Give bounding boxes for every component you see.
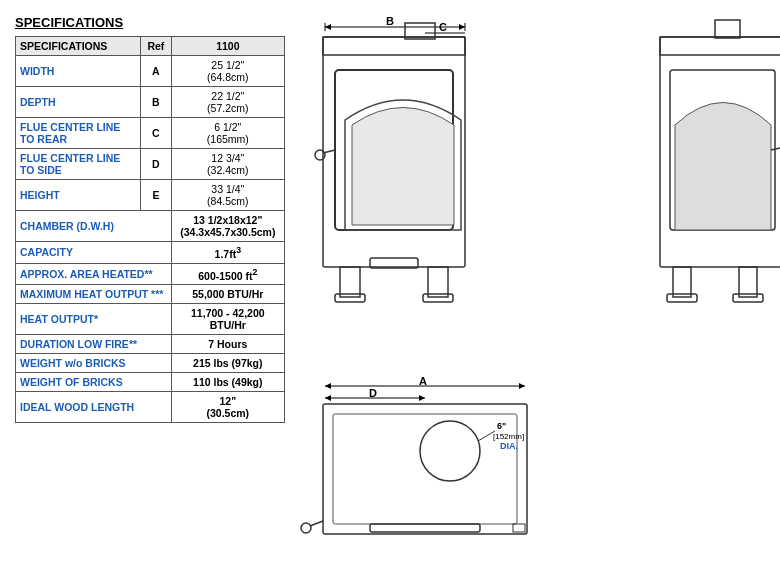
spec-value: 22 1/2"(57.2cm) bbox=[171, 87, 284, 118]
spec-ref: A bbox=[141, 56, 171, 87]
table-row: IDEAL WOOD LENGTH12"(30.5cm) bbox=[16, 392, 285, 423]
svg-text:DIA.: DIA. bbox=[500, 441, 518, 451]
spec-value: 11,700 - 42,200 BTU/Hr bbox=[171, 304, 284, 335]
spec-label: WEIGHT OF BRICKS bbox=[16, 373, 172, 392]
svg-text:B: B bbox=[386, 15, 394, 27]
spec-value: 215 lbs (97kg) bbox=[171, 354, 284, 373]
table-row: WEIGHT OF BRICKS110 lbs (49kg) bbox=[16, 373, 285, 392]
svg-rect-28 bbox=[715, 20, 740, 38]
svg-rect-29 bbox=[673, 267, 691, 297]
table-row: CAPACITY1.7ft3 bbox=[16, 242, 285, 264]
svg-rect-31 bbox=[667, 294, 697, 302]
spec-label: HEAT OUTPUT* bbox=[16, 304, 172, 335]
svg-marker-36 bbox=[325, 383, 331, 389]
svg-rect-13 bbox=[340, 267, 360, 297]
spec-ref: E bbox=[141, 180, 171, 211]
table-row: MAXIMUM HEAT OUTPUT ***55,000 BTU/Hr bbox=[16, 285, 285, 304]
spec-label: DEPTH bbox=[16, 87, 141, 118]
specs-table: SPECIFICATIONS Ref 1100 WIDTHA25 1/2"(64… bbox=[15, 36, 285, 423]
svg-marker-5 bbox=[459, 24, 465, 30]
spec-label: HEIGHT bbox=[16, 180, 141, 211]
table-row: DURATION LOW FIRE**7 Hours bbox=[16, 335, 285, 354]
col-header-model: 1100 bbox=[171, 37, 284, 56]
spec-ref: C bbox=[141, 118, 171, 149]
spec-label: APPROX. AREA HEATED** bbox=[16, 263, 172, 285]
diagrams-section: B C bbox=[285, 15, 780, 553]
table-row: FLUE CENTER LINE TO REARC6 1/2"(165mm) bbox=[16, 118, 285, 149]
spec-value: 55,000 BTU/Hr bbox=[171, 285, 284, 304]
table-row: HEIGHTE33 1/4"(84.5cm) bbox=[16, 180, 285, 211]
page: SPECIFICATIONS SPECIFICATIONS Ref 1100 W… bbox=[0, 0, 780, 563]
spec-label: IDEAL WOOD LENGTH bbox=[16, 392, 172, 423]
spec-label: CAPACITY bbox=[16, 242, 172, 264]
spec-label: MAXIMUM HEAT OUTPUT *** bbox=[16, 285, 172, 304]
svg-marker-41 bbox=[419, 395, 425, 401]
diagram-side-view: E bbox=[645, 15, 780, 317]
svg-text:C: C bbox=[439, 21, 447, 33]
specs-section: SPECIFICATIONS SPECIFICATIONS Ref 1100 W… bbox=[15, 15, 285, 553]
table-row: WEIGHT w/o BRICKS215 lbs (97kg) bbox=[16, 354, 285, 373]
spec-label: CHAMBER (D.W.H) bbox=[16, 211, 172, 242]
svg-rect-32 bbox=[733, 294, 763, 302]
spec-ref: B bbox=[141, 87, 171, 118]
spec-label: FLUE CENTER LINE TO SIDE bbox=[16, 149, 141, 180]
spec-value: 13 1/2x18x12"(34.3x45.7x30.5cm) bbox=[171, 211, 284, 242]
spec-value: 600-1500 ft2 bbox=[171, 263, 284, 285]
spec-label: WEIGHT w/o BRICKS bbox=[16, 354, 172, 373]
svg-rect-53 bbox=[513, 524, 525, 532]
col-header-spec: SPECIFICATIONS bbox=[16, 37, 141, 56]
spec-label: FLUE CENTER LINE TO REAR bbox=[16, 118, 141, 149]
svg-marker-40 bbox=[325, 395, 331, 401]
spec-value: 6 1/2"(165mm) bbox=[171, 118, 284, 149]
svg-rect-52 bbox=[370, 524, 480, 532]
table-row: FLUE CENTER LINE TO SIDED12 3/4"(32.4cm) bbox=[16, 149, 285, 180]
table-row: WIDTHA25 1/2"(64.8cm) bbox=[16, 56, 285, 87]
spec-value: 12 3/4"(32.4cm) bbox=[171, 149, 284, 180]
spec-label: WIDTH bbox=[16, 56, 141, 87]
svg-point-45 bbox=[420, 421, 480, 481]
table-row: DEPTHB22 1/2"(57.2cm) bbox=[16, 87, 285, 118]
svg-rect-9 bbox=[323, 37, 465, 55]
spec-value: 1.7ft3 bbox=[171, 242, 284, 264]
spec-ref: D bbox=[141, 149, 171, 180]
svg-marker-4 bbox=[325, 24, 331, 30]
svg-rect-44 bbox=[333, 414, 517, 524]
diagram-front-view: B C bbox=[295, 15, 495, 317]
spec-value: 110 lbs (49kg) bbox=[171, 373, 284, 392]
svg-text:[152mm]: [152mm] bbox=[493, 432, 524, 441]
svg-rect-14 bbox=[428, 267, 448, 297]
svg-text:A: A bbox=[419, 376, 427, 387]
spec-value: 33 1/4"(84.5cm) bbox=[171, 180, 284, 211]
spec-value: 7 Hours bbox=[171, 335, 284, 354]
spec-value: 12"(30.5cm) bbox=[171, 392, 284, 423]
table-row: CHAMBER (D.W.H)13 1/2x18x12"(34.3x45.7x3… bbox=[16, 211, 285, 242]
svg-rect-26 bbox=[660, 37, 780, 55]
svg-rect-30 bbox=[739, 267, 757, 297]
specs-title: SPECIFICATIONS bbox=[15, 15, 285, 30]
table-row: APPROX. AREA HEATED**600-1500 ft2 bbox=[16, 263, 285, 285]
svg-line-50 bbox=[310, 521, 323, 526]
svg-text:6": 6" bbox=[497, 421, 506, 431]
svg-point-51 bbox=[301, 523, 311, 533]
diagrams-top: B C bbox=[295, 15, 780, 370]
svg-text:D: D bbox=[369, 387, 377, 399]
spec-value: 25 1/2"(64.8cm) bbox=[171, 56, 284, 87]
spec-label: DURATION LOW FIRE** bbox=[16, 335, 172, 354]
diagrams-bottom: A D 6" [152mm] DIA. bbox=[295, 376, 780, 553]
col-header-ref: Ref bbox=[141, 37, 171, 56]
table-row: HEAT OUTPUT*11,700 - 42,200 BTU/Hr bbox=[16, 304, 285, 335]
svg-line-12 bbox=[323, 150, 335, 153]
svg-marker-37 bbox=[519, 383, 525, 389]
